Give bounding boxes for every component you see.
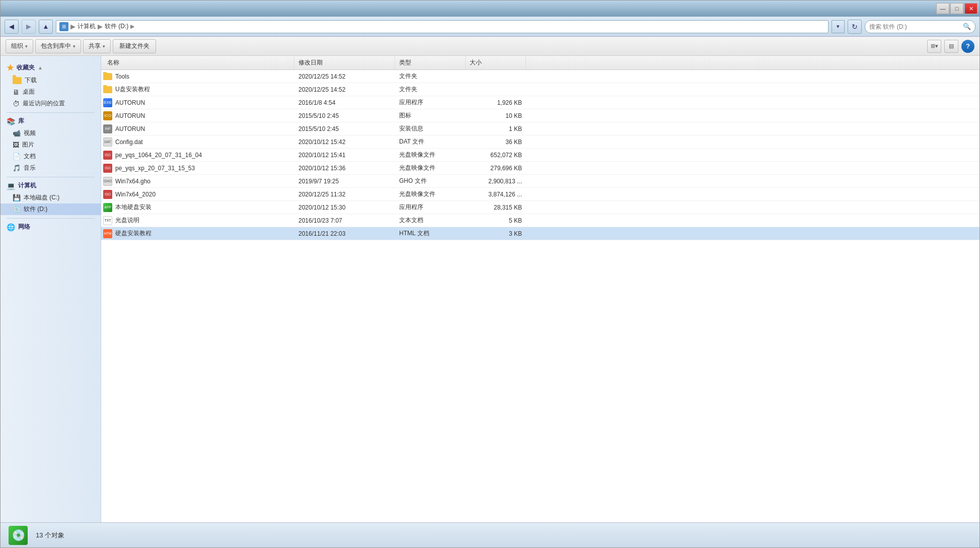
- file-type-cell-10: 应用程序: [395, 203, 466, 212]
- file-size-cell-3: 10 KB: [466, 112, 526, 119]
- search-icon[interactable]: 🔍: [963, 23, 971, 30]
- table-row[interactable]: INF AUTORUN 2015/5/10 2:45 安装信息 1 KB: [101, 122, 979, 135]
- favorites-header[interactable]: ★ 收藏夹 ▲: [1, 61, 101, 75]
- table-row[interactable]: EXE AUTORUN 2016/1/8 4:54 应用程序 1,926 KB: [101, 96, 979, 109]
- network-label: 网络: [18, 223, 30, 231]
- preview-pane-button[interactable]: ▤: [944, 40, 958, 53]
- file-name-cell-7: ISO pe_yqs_xp_20_07_31_15_53: [103, 164, 294, 173]
- col-header-size[interactable]: 大小: [466, 56, 526, 70]
- iso-icon: ISO: [103, 190, 112, 199]
- file-icon-7: ISO: [103, 164, 112, 173]
- library-header[interactable]: 📚 库: [1, 115, 101, 127]
- minimize-button[interactable]: —: [936, 3, 949, 14]
- txt-icon: TXT: [103, 216, 112, 225]
- sidebar-divider-2: [7, 177, 95, 177]
- videos-icon: 📹: [13, 129, 21, 137]
- file-icon-5: DAT: [103, 138, 112, 147]
- file-name-5: Config.dat: [115, 139, 143, 146]
- table-row[interactable]: GHO Win7x64.gho 2019/9/7 19:25 GHO 文件 2,…: [101, 175, 979, 188]
- sidebar-item-recent[interactable]: ⏱ 最近访问的位置: [1, 98, 101, 109]
- address-dropdown[interactable]: ▾: [832, 20, 845, 33]
- status-bar: 💿 13 个对象: [1, 522, 979, 547]
- share-button[interactable]: 共享 ▾: [83, 39, 111, 53]
- computer-header[interactable]: 💻 计算机: [1, 179, 101, 192]
- col-header-name[interactable]: 名称: [103, 56, 294, 70]
- search-input[interactable]: [869, 23, 961, 30]
- up-button[interactable]: ▲: [39, 20, 53, 34]
- music-icon: 🎵: [13, 164, 21, 172]
- sidebar-item-videos[interactable]: 📹 视频: [1, 127, 101, 139]
- file-date-cell-10: 2020/10/12 15:30: [294, 204, 395, 211]
- help-button[interactable]: ?: [961, 40, 974, 53]
- file-size-cell-6: 652,072 KB: [466, 152, 526, 159]
- file-icon-8: GHO: [103, 177, 112, 186]
- file-icon-9: ISO: [103, 190, 112, 199]
- table-row[interactable]: ISO Win7x64_2020 2020/12/25 11:32 光盘映像文件…: [101, 188, 979, 201]
- add-to-library-button[interactable]: 包含到库中 ▾: [35, 39, 81, 53]
- file-date-cell-11: 2016/10/23 7:07: [294, 217, 395, 224]
- new-folder-button[interactable]: 新建文件夹: [113, 39, 156, 53]
- file-name-cell-9: ISO Win7x64_2020: [103, 190, 294, 199]
- table-row[interactable]: ICO AUTORUN 2015/5/10 2:45 图标 10 KB: [101, 109, 979, 122]
- file-icon-11: TXT: [103, 216, 112, 225]
- file-size-cell-12: 3 KB: [466, 230, 526, 237]
- refresh-button[interactable]: ↻: [848, 20, 862, 34]
- sidebar-item-drive-c[interactable]: 💾 本地磁盘 (C:): [1, 192, 101, 203]
- file-icon-10: APP: [103, 203, 112, 212]
- col-header-type[interactable]: 类型: [395, 56, 466, 70]
- breadcrumb-drive[interactable]: 软件 (D:): [105, 22, 128, 31]
- col-header-date[interactable]: 修改日期: [294, 56, 395, 70]
- table-row[interactable]: Tools 2020/12/25 14:52 文件夹: [101, 70, 979, 83]
- file-name-11: 光盘说明: [115, 216, 139, 225]
- table-row[interactable]: DAT Config.dat 2020/10/12 15:42 DAT 文件 3…: [101, 135, 979, 149]
- network-header[interactable]: 🌐 网络: [1, 221, 101, 233]
- breadcrumb-sep1: ▶: [70, 23, 76, 30]
- forward-button[interactable]: ▶: [22, 20, 36, 34]
- dat-icon: DAT: [103, 138, 112, 147]
- breadcrumb-expand-arrow[interactable]: ▶: [130, 23, 134, 30]
- organize-label: 组织: [11, 42, 23, 50]
- close-button[interactable]: ✕: [964, 3, 977, 14]
- file-icon-6: ISO: [103, 151, 112, 160]
- back-button[interactable]: ◀: [5, 20, 19, 34]
- column-headers: 名称 修改日期 类型 大小: [101, 56, 979, 70]
- view-options-button[interactable]: ⊞▾: [927, 40, 941, 53]
- sidebar-item-drive-d[interactable]: 💿 软件 (D:): [1, 203, 101, 215]
- add-to-library-arrow: ▾: [73, 44, 76, 49]
- organize-button[interactable]: 组织 ▾: [6, 39, 33, 53]
- table-row[interactable]: ISO pe_yqs_xp_20_07_31_15_53 2020/10/12 …: [101, 162, 979, 175]
- pictures-icon: 🖼: [13, 141, 19, 149]
- table-row[interactable]: U盘安装教程 2020/12/25 14:52 文件夹: [101, 83, 979, 96]
- table-row[interactable]: TXT 光盘说明 2016/10/23 7:07 文本文档 5 KB: [101, 214, 979, 227]
- file-type-cell-12: HTML 文档: [395, 229, 466, 238]
- file-name-7: pe_yqs_xp_20_07_31_15_53: [115, 165, 195, 172]
- file-name-cell-5: DAT Config.dat: [103, 138, 294, 147]
- docs-icon: 📄: [13, 153, 21, 160]
- file-name-0: Tools: [115, 73, 129, 80]
- inf-icon: INF: [103, 124, 112, 133]
- file-type-cell-4: 安装信息: [395, 124, 466, 133]
- file-date-cell-7: 2020/10/12 15:36: [294, 165, 395, 172]
- breadcrumb-computer[interactable]: 计算机: [78, 22, 96, 31]
- file-date-cell-0: 2020/12/25 14:52: [294, 73, 395, 80]
- file-name-cell-4: INF AUTORUN: [103, 124, 294, 133]
- file-name-cell-12: HTM 硬盘安装教程: [103, 229, 294, 238]
- sidebar-item-music[interactable]: 🎵 音乐: [1, 162, 101, 174]
- sidebar-item-desktop[interactable]: 🖥 桌面: [1, 86, 101, 98]
- file-name-cell-2: EXE AUTORUN: [103, 98, 294, 107]
- computer-icon: 💻: [7, 182, 15, 190]
- table-row[interactable]: APP 本地硬盘安装 2020/10/12 15:30 应用程序 28,315 …: [101, 201, 979, 214]
- file-name-cell-0: Tools: [103, 72, 294, 81]
- file-type-cell-2: 应用程序: [395, 98, 466, 107]
- sidebar-item-downloads[interactable]: 下载: [1, 75, 101, 86]
- favorites-star-icon: ★: [7, 63, 14, 73]
- maximize-button[interactable]: □: [950, 3, 963, 14]
- table-row[interactable]: HTM 硬盘安装教程 2016/11/21 22:03 HTML 文档 3 KB: [101, 227, 979, 240]
- sidebar-item-docs[interactable]: 📄 文档: [1, 151, 101, 162]
- organize-arrow: ▾: [25, 44, 28, 49]
- breadcrumb-bar: ⊞ ▶ 计算机 ▶ 软件 (D:) ▶: [56, 20, 828, 33]
- table-row[interactable]: ISO pe_yqs_1064_20_07_31_16_04 2020/10/1…: [101, 149, 979, 162]
- sidebar-item-pictures[interactable]: 🖼 图片: [1, 139, 101, 151]
- gho-icon: GHO: [103, 177, 112, 186]
- file-name-6: pe_yqs_1064_20_07_31_16_04: [115, 152, 202, 159]
